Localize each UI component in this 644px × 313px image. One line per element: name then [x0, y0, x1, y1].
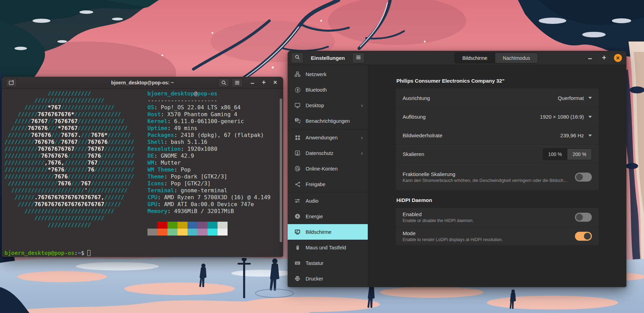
chevron-right-icon: ›	[361, 102, 363, 108]
settings-search-button[interactable]	[291, 53, 304, 63]
terminal-screen[interactable]: ///////////// ///////////////////// ////…	[2, 89, 283, 257]
palette-swatch	[198, 222, 208, 229]
terminal-menu-button[interactable]	[232, 78, 243, 87]
online-accounts-icon	[295, 166, 300, 172]
neofetch-separator: ---------------------	[147, 97, 270, 104]
palette-swatch	[157, 229, 167, 236]
applications-icon	[295, 135, 300, 140]
neofetch-field-resolution: Resolution: 1920x1080	[147, 146, 270, 153]
terminal-window: bjoern_desktop@pop-os: ~	[2, 77, 283, 257]
neofetch-info: bjoern_desktop@pop-os-------------------…	[147, 90, 270, 215]
palette-swatch	[198, 229, 208, 236]
dropdown-value: Querformat	[558, 95, 584, 101]
sidebar-item-maus-und-tastfeld[interactable]: Maus und Tastfeld	[288, 240, 368, 255]
row-label: Enabled	[403, 211, 568, 217]
settings-minimize-button[interactable]	[586, 54, 594, 62]
caret-down-icon	[588, 135, 592, 137]
caret-down-icon	[588, 116, 592, 118]
settings-row-mode: ModeEnable to render LoDPI displays at H…	[396, 227, 599, 245]
close-icon	[273, 80, 277, 86]
search-icon	[221, 80, 227, 85]
new-tab-icon	[9, 80, 14, 85]
sidebar-separator	[288, 129, 368, 129]
hamburger-menu-icon	[235, 81, 240, 85]
sidebar-item-label: Anwendungen	[306, 135, 361, 140]
aufl-sung-dropdown[interactable]: 1920 × 1080 (16:9)	[540, 114, 592, 120]
caret-down-icon	[588, 97, 592, 99]
terminal-minimize-button[interactable]	[248, 78, 257, 87]
sidebar-item-freigabe[interactable]: Freigabe	[288, 176, 368, 192]
sidebar-item-online-konten[interactable]: Online-Konten	[288, 161, 368, 176]
hidpi-settings-card: EnabledEnable or disable the HiDPI daemo…	[396, 208, 599, 245]
settings-row-enabled: EnabledEnable or disable the HiDPI daemo…	[396, 208, 599, 227]
terminal-close-button[interactable]	[271, 78, 280, 87]
settings-maximize-button[interactable]	[600, 54, 608, 62]
terminal-titlebar[interactable]: bjoern_desktop@pop-os: ~	[2, 77, 283, 89]
hidpi-section-heading: HiDPI Daemon	[396, 197, 599, 204]
neofetch-field-de: DE: GNOME 42.9	[147, 153, 270, 159]
neofetch-field-gpu: GPU: AMD ATI 0a:00.0 Device 747e	[147, 201, 270, 208]
settings-headerbar[interactable]: Einstellungen BildschirmeNachtmodus	[288, 51, 626, 65]
row-label: Skalieren	[403, 151, 536, 157]
sidebar-item-anwendungen[interactable]: Anwendungen›	[288, 130, 368, 145]
sidebar-item-benachrichtigungen[interactable]: 9Benachrichtigungen	[288, 113, 368, 129]
neofetch-field-shell: Shell: bash 5.1.16	[147, 139, 270, 146]
tab-bildschirme[interactable]: Bildschirme	[455, 53, 495, 63]
chevron-right-icon: ›	[361, 150, 363, 156]
row-description: Kann den Stromverbrauch erhöhen, die Ges…	[403, 178, 568, 183]
palette-swatch	[188, 222, 198, 229]
scale-option-100[interactable]: 100 %	[543, 149, 567, 160]
bildwiederholrate-dropdown[interactable]: 239,96 Hz	[560, 132, 592, 138]
neofetch-field-icons: Icons: Pop [GTK2/3]	[147, 180, 270, 187]
displays-icon	[295, 229, 300, 235]
mode-toggle[interactable]	[575, 232, 592, 241]
sidebar-item-energie[interactable]: Energie	[288, 209, 368, 224]
sidebar-item-label: Datenschutz	[306, 150, 361, 156]
row-label: Mode	[403, 230, 568, 236]
settings-menu-button[interactable]	[352, 53, 365, 63]
palette-swatch	[147, 222, 157, 229]
neofetch-field-theme: Theme: Pop-dark [GTK2/3]	[147, 173, 270, 180]
sidebar-item-datenschutz[interactable]: Datenschutz›	[288, 145, 368, 161]
terminal-search-button[interactable]	[218, 78, 229, 87]
fraktionelle-skalierung-toggle[interactable]	[575, 173, 592, 182]
sidebar-item-desktop[interactable]: Desktop›	[288, 98, 368, 113]
settings-row-aufl-sung: Auflösung1920 × 1080 (16:9)	[396, 107, 599, 126]
neofetch-field-os: OS: Pop!_OS 22.04 LTS x86_64	[147, 104, 270, 111]
sidebar-item-label: Drucker	[306, 276, 363, 282]
desktop-icon	[295, 102, 300, 108]
sidebar-item-bildschirme[interactable]: Bildschirme	[288, 224, 368, 240]
sidebar-item-drucker[interactable]: Drucker	[288, 271, 368, 286]
settings-view-switcher: BildschirmeNachtmodus	[454, 53, 538, 63]
enabled-toggle[interactable]	[575, 213, 592, 222]
row-label: Auflösung	[403, 114, 533, 120]
sidebar-item-bluetooth[interactable]: Bluetooth	[288, 82, 368, 98]
bluetooth-icon	[295, 87, 300, 93]
scale-option-200[interactable]: 200 %	[567, 149, 592, 160]
ausrichtung-dropdown[interactable]: Querformat	[558, 95, 592, 101]
sidebar-item-label: Freigabe	[306, 182, 363, 187]
mouse-icon	[295, 245, 300, 250]
sidebar-item-netzwerk[interactable]: Netzwerk	[288, 66, 368, 82]
sidebar-item-tastatur[interactable]: Tastatur	[288, 255, 368, 271]
new-tab-button[interactable]	[6, 78, 17, 87]
neofetch-field-kernel: Kernel: 6.11.0-061100-generic	[147, 118, 270, 125]
tab-nachtmodus[interactable]: Nachtmodus	[495, 53, 538, 63]
toggle-knob	[576, 214, 583, 221]
terminal-maximize-button[interactable]	[259, 78, 268, 87]
skalieren-segmented-control: 100 %200 %	[543, 148, 592, 160]
dropdown-value: 239,96 Hz	[560, 132, 584, 138]
neofetch-field-packages: Packages: 2418 (dpkg), 67 (flatpak)	[147, 132, 270, 139]
palette-swatch	[167, 229, 177, 236]
audio-icon	[295, 198, 300, 204]
palette-swatch	[208, 222, 218, 229]
sidebar-item-label: Netzwerk	[306, 72, 363, 77]
sidebar-item-audio[interactable]: Audio	[288, 193, 368, 209]
sidebar-item-label: Online-Konten	[306, 166, 363, 172]
prompt-path: ~	[78, 250, 81, 256]
chevron-right-icon: ›	[361, 135, 363, 140]
sidebar-item-label: Bluetooth	[306, 87, 363, 93]
terminal-scrollbar[interactable]	[280, 99, 282, 242]
settings-close-button[interactable]	[614, 54, 622, 62]
neofetch-field-uptime: Uptime: 49 mins	[147, 125, 270, 132]
